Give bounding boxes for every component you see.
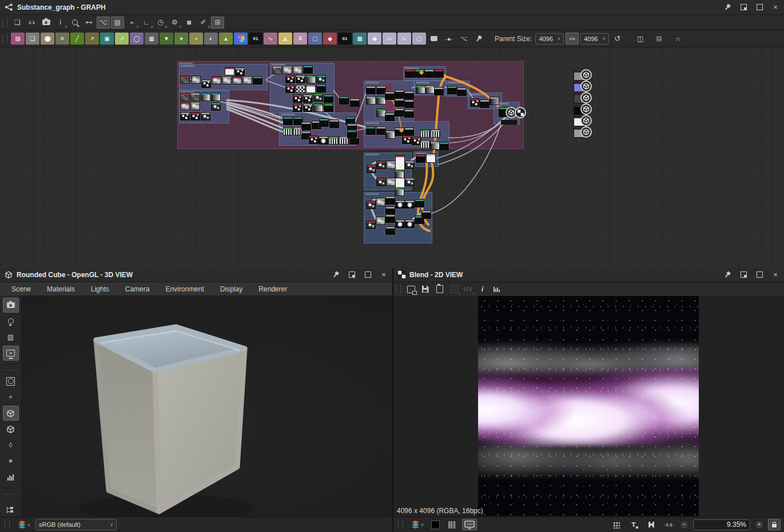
graph-node[interactable] bbox=[296, 75, 305, 83]
thumbnails-icon[interactable]: ◙ bbox=[182, 17, 196, 29]
graph-node[interactable] bbox=[180, 93, 190, 101]
layers-icon[interactable]: ∨ bbox=[410, 519, 425, 530]
scene-tree-icon[interactable] bbox=[3, 502, 19, 517]
graph-node[interactable] bbox=[232, 76, 242, 85]
snap-grid-icon[interactable]: ⊞ bbox=[211, 17, 224, 29]
graph-node[interactable] bbox=[376, 217, 385, 225]
tools-icon[interactable]: ⚙∨ bbox=[168, 17, 181, 29]
shelf-tile-sampler-icon[interactable]: ▦ bbox=[145, 33, 158, 45]
shelf-shape-curve-icon[interactable]: ∿ bbox=[397, 33, 411, 45]
graph-node[interactable] bbox=[404, 99, 414, 108]
graph-node[interactable] bbox=[190, 93, 200, 101]
graph-node[interactable] bbox=[416, 85, 425, 94]
graph-node[interactable] bbox=[366, 96, 376, 105]
graph-node[interactable] bbox=[324, 94, 333, 103]
shelf-blend-icon[interactable]: ● bbox=[189, 33, 203, 45]
shelf-grayscale-conversion-icon[interactable]: 01 bbox=[249, 33, 262, 45]
shelf-bitmap-icon[interactable]: ▨ bbox=[11, 33, 25, 45]
layers-icon[interactable]: ∨ bbox=[17, 519, 31, 530]
shelf-shape-icon[interactable]: ◯ bbox=[130, 33, 144, 45]
toolbar-grip[interactable] bbox=[2, 18, 7, 27]
view3d-viewport[interactable] bbox=[22, 295, 392, 517]
graph-node[interactable] bbox=[480, 99, 489, 108]
menu-renderer[interactable]: Renderer bbox=[252, 284, 294, 294]
menu-lights[interactable]: Lights bbox=[84, 284, 116, 294]
graph-node[interactable] bbox=[376, 198, 385, 206]
shelf-bitmap-01-icon[interactable]: 01 bbox=[338, 33, 352, 45]
graph-node[interactable] bbox=[366, 86, 376, 94]
info-toggle-icon[interactable]: i bbox=[476, 283, 489, 295]
graph-node[interactable] bbox=[222, 76, 232, 85]
shelf-svg-icon[interactable]: ❏ bbox=[26, 33, 39, 45]
graph-node[interactable] bbox=[282, 66, 292, 74]
graph-node[interactable] bbox=[303, 103, 313, 112]
graph-node[interactable] bbox=[242, 76, 252, 85]
colorspace-select[interactable]: sRGB (default)∨ bbox=[35, 519, 117, 530]
graph-node[interactable] bbox=[425, 85, 435, 94]
background-color-swatch[interactable] bbox=[429, 519, 441, 530]
screenshot-icon[interactable] bbox=[39, 17, 53, 29]
shelf-dot-node-icon[interactable]: -●- bbox=[442, 33, 456, 45]
output-3d-view-badge[interactable] bbox=[580, 92, 592, 103]
graph-node[interactable] bbox=[434, 87, 444, 95]
graph-node[interactable] bbox=[201, 112, 210, 121]
shelf-comment-icon[interactable] bbox=[427, 33, 441, 45]
graph-node[interactable] bbox=[293, 103, 303, 112]
graph-canvas[interactable] bbox=[0, 46, 784, 267]
maximize-panel-icon[interactable] bbox=[755, 271, 763, 279]
graph-node[interactable] bbox=[385, 130, 395, 139]
shelf-hsl-icon[interactable] bbox=[234, 33, 248, 45]
graph-node[interactable] bbox=[283, 117, 293, 125]
shelf-gradient-map-icon[interactable]: ▾ bbox=[174, 33, 188, 45]
paste-image-icon[interactable] bbox=[433, 283, 446, 295]
shelf-blur-icon[interactable]: ⬤ bbox=[41, 33, 54, 45]
uv-mode-toggle[interactable]: UV∨ bbox=[461, 283, 475, 295]
graph-node[interactable] bbox=[447, 86, 457, 94]
graph-node[interactable] bbox=[385, 196, 395, 205]
graph-node[interactable] bbox=[316, 84, 326, 93]
graph-node[interactable] bbox=[211, 102, 221, 111]
graph-node[interactable] bbox=[235, 67, 245, 76]
search-icon[interactable] bbox=[68, 17, 81, 29]
graph-node[interactable] bbox=[366, 126, 376, 135]
graph-node[interactable] bbox=[376, 126, 386, 135]
output-3d-view-badge[interactable] bbox=[580, 81, 592, 92]
shelf-crop-icon[interactable]: ▢ bbox=[308, 33, 322, 45]
graph-node[interactable] bbox=[421, 210, 431, 219]
graph-node[interactable] bbox=[180, 112, 190, 121]
align-vertical-icon[interactable]: ⊟ bbox=[652, 33, 666, 45]
graph-node[interactable] bbox=[489, 97, 499, 105]
graph-node[interactable] bbox=[366, 201, 376, 209]
graph-node[interactable] bbox=[404, 127, 414, 136]
reset-size-icon[interactable]: ↺ bbox=[611, 33, 624, 45]
toolbar-grip[interactable] bbox=[5, 520, 10, 529]
node-info-icon[interactable]: i∨ bbox=[54, 17, 67, 29]
parent-size-height-select[interactable]: 4096∨ bbox=[580, 33, 609, 45]
graph-node[interactable] bbox=[470, 98, 480, 107]
toolbar-grip[interactable] bbox=[2, 34, 7, 43]
link-routing-icon[interactable]: ∟∨ bbox=[140, 17, 153, 29]
graph-node[interactable] bbox=[212, 76, 221, 85]
graph-node[interactable] bbox=[293, 66, 303, 74]
plane-icon[interactable]: ◊ bbox=[3, 438, 19, 453]
graph-node[interactable] bbox=[395, 170, 404, 178]
output-3d-view-badge[interactable] bbox=[580, 126, 592, 138]
light-icon[interactable] bbox=[3, 314, 19, 329]
graph-node[interactable] bbox=[431, 129, 440, 138]
gizmo-toggle-icon[interactable]: ∨ bbox=[447, 283, 460, 295]
view-in-2d-badge[interactable] bbox=[515, 107, 526, 118]
menu-display[interactable]: Display bbox=[213, 284, 249, 294]
graph-node[interactable] bbox=[415, 199, 424, 207]
view2d-viewport[interactable]: 4096 x 4096 (RGBA, 16bpc) bbox=[393, 296, 784, 517]
actual-size-icon[interactable]: ·1:1· bbox=[663, 519, 675, 530]
graph-node[interactable] bbox=[395, 90, 404, 98]
shelf-height-blend-icon[interactable]: ▼ bbox=[160, 33, 173, 45]
graph-node[interactable] bbox=[395, 155, 405, 171]
graph-node[interactable] bbox=[339, 96, 349, 105]
menu-environment[interactable]: Environment bbox=[158, 284, 210, 294]
link-color-icon[interactable]: -●-∨ bbox=[125, 17, 138, 29]
graph-node[interactable] bbox=[395, 187, 404, 196]
cube-wireframe-icon[interactable] bbox=[3, 422, 19, 437]
graph-node[interactable] bbox=[405, 219, 415, 228]
fan-mesh-icon[interactable]: ✶ bbox=[3, 454, 19, 469]
